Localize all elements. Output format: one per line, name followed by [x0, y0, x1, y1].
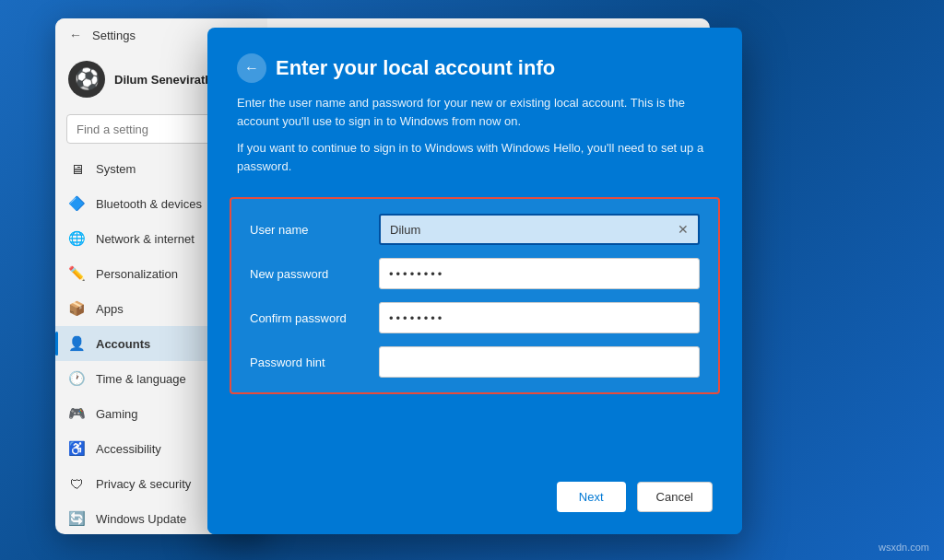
dialog-description1: Enter the user name and password for you…	[237, 94, 713, 130]
dialog-header: ← Enter your local account info Enter th…	[207, 28, 742, 190]
sidebar-item-label: Windows Update	[96, 512, 186, 526]
privacy-icon: 🛡	[68, 475, 85, 492]
new-password-label: New password	[250, 267, 379, 281]
new-password-row: New password	[250, 258, 700, 289]
avatar: ⚽	[68, 61, 105, 98]
next-button[interactable]: Next	[557, 482, 626, 512]
accessibility-icon: ♿	[68, 440, 85, 457]
apps-icon: 📦	[68, 300, 85, 317]
back-button[interactable]: ←	[66, 26, 85, 44]
confirm-password-row: Confirm password	[250, 302, 700, 333]
username-input-wrap: ✕	[379, 214, 700, 245]
new-password-input-wrap	[379, 258, 700, 289]
username-input[interactable]	[379, 214, 700, 245]
dialog-description2: If you want to continue to sign in to Wi…	[237, 139, 713, 175]
confirm-password-input-wrap	[379, 302, 700, 333]
sidebar-item-label: Personalization	[96, 267, 178, 281]
password-hint-input-wrap	[379, 346, 700, 378]
username-label: User name	[250, 223, 379, 237]
new-password-input[interactable]	[379, 258, 700, 289]
local-account-dialog: ← Enter your local account info Enter th…	[207, 28, 742, 534]
personalization-icon: ✏️	[68, 265, 85, 282]
accounts-icon: 👤	[68, 335, 85, 352]
window-title: Settings	[92, 29, 136, 42]
password-hint-label: Password hint	[250, 356, 379, 369]
network-icon: 🌐	[68, 230, 85, 247]
system-icon: 🖥	[68, 160, 85, 177]
username-row: User name ✕	[250, 214, 700, 245]
password-hint-input[interactable]	[379, 346, 700, 378]
sidebar-item-label: Accessibility	[96, 442, 161, 456]
password-hint-row: Password hint	[250, 346, 700, 378]
sidebar-item-label: Gaming	[96, 407, 138, 421]
bluetooth-icon: 🔷	[68, 195, 85, 212]
sidebar-item-label: Apps	[96, 302, 124, 316]
profile-name: Dilum Senevirathr	[114, 73, 217, 87]
sidebar-item-label: Network & internet	[96, 232, 195, 246]
confirm-password-label: Confirm password	[250, 311, 379, 325]
dialog-back-row: ← Enter your local account info	[237, 53, 713, 83]
sidebar-item-label: Accounts	[96, 337, 150, 351]
update-icon: 🔄	[68, 510, 85, 527]
confirm-password-input[interactable]	[379, 302, 700, 333]
time-icon: 🕐	[68, 370, 85, 387]
dialog-title: Enter your local account info	[276, 56, 555, 80]
cancel-button[interactable]: Cancel	[637, 482, 713, 512]
dialog-footer: Next Cancel	[207, 467, 742, 534]
dialog-back-button[interactable]: ←	[237, 53, 266, 83]
sidebar-item-label: Bluetooth & devices	[96, 197, 202, 211]
sidebar-item-label: System	[96, 162, 136, 176]
username-clear-button[interactable]: ✕	[674, 220, 692, 239]
gaming-icon: 🎮	[68, 405, 85, 422]
watermark: wsxdn.com	[879, 542, 929, 553]
dialog-form: User name ✕ New password Confirm passwor…	[230, 197, 720, 394]
sidebar-item-label: Time & language	[96, 372, 186, 386]
sidebar-item-label: Privacy & security	[96, 477, 191, 491]
